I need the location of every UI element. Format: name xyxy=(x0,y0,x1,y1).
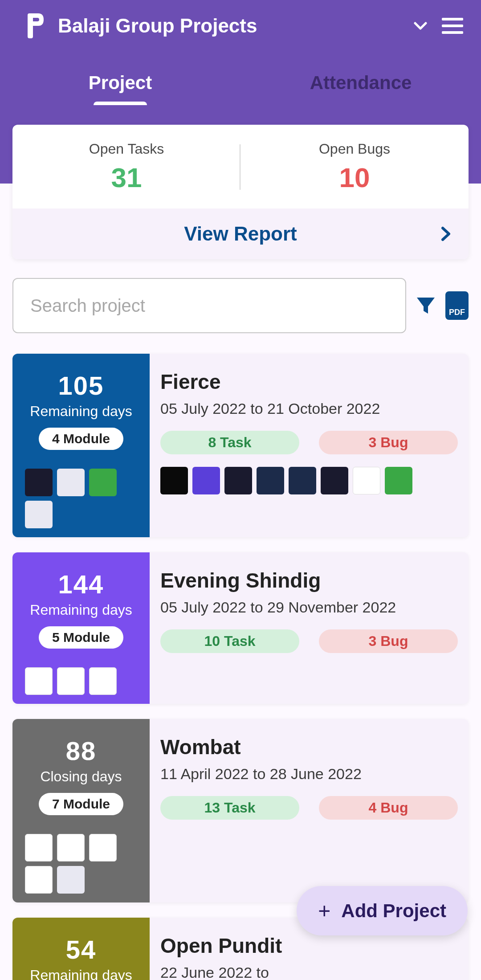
plus-icon: + xyxy=(318,898,330,923)
thumbnail-icon xyxy=(89,667,117,695)
thumbnail-icon xyxy=(57,667,85,695)
chevron-right-icon xyxy=(441,226,451,241)
thumbnail-icon xyxy=(321,467,348,494)
project-side-panel: 105 Remaining days 4 Module xyxy=(12,354,150,537)
bug-badge: 4 Bug xyxy=(319,796,458,820)
module-badge: 7 Module xyxy=(39,793,123,815)
thumbnail-icon xyxy=(385,467,412,494)
hamburger-menu-icon[interactable] xyxy=(442,18,463,34)
days-number: 105 xyxy=(58,371,104,400)
project-dates: 11 April 2022 to 28 June 2022 xyxy=(160,765,458,783)
project-dates: 05 July 2022 to 21 October 2022 xyxy=(160,400,458,417)
module-badge: 4 Module xyxy=(39,428,123,450)
thumbnails-extra xyxy=(160,467,458,494)
open-bugs-label: Open Bugs xyxy=(240,141,469,157)
app-logo xyxy=(22,13,45,38)
project-card[interactable]: 88 Closing days 7 Module Wombat 11 April… xyxy=(12,719,469,902)
add-project-label: Add Project xyxy=(341,900,446,922)
add-project-button[interactable]: + Add Project xyxy=(297,886,468,935)
task-badge: 13 Task xyxy=(160,796,299,820)
workspace-title: Balaji Group Projects xyxy=(58,15,399,37)
search-row: PDF xyxy=(0,278,481,333)
badges: 13 Task 4 Bug xyxy=(160,796,458,820)
thumbnail-icon xyxy=(57,469,85,496)
open-bugs-value: 10 xyxy=(240,162,469,193)
view-report-button[interactable]: View Report xyxy=(12,208,469,259)
thumbnail-icon xyxy=(192,467,220,494)
thumbnail-icon xyxy=(57,834,85,862)
thumbnail-icon xyxy=(89,834,117,862)
project-side-panel: 88 Closing days 7 Module xyxy=(12,719,150,902)
days-number: 88 xyxy=(66,736,97,766)
project-info: Fierce 05 July 2022 to 21 October 2022 8… xyxy=(150,354,469,537)
open-bugs-stat: Open Bugs 10 xyxy=(240,141,469,193)
tab-attendance[interactable]: Attendance xyxy=(240,63,481,102)
project-name: Wombat xyxy=(160,735,458,759)
search-input[interactable] xyxy=(12,278,406,333)
project-name: Open Pundit xyxy=(160,934,458,958)
thumbnails xyxy=(19,469,143,528)
bug-badge: 3 Bug xyxy=(319,629,458,653)
thumbnail-icon xyxy=(25,834,53,862)
thumbnail-icon xyxy=(257,467,284,494)
thumbnail-icon xyxy=(289,467,316,494)
days-label: Remaining days xyxy=(30,403,132,420)
view-report-label: View Report xyxy=(184,223,297,245)
thumbnails xyxy=(19,667,143,695)
task-badge: 10 Task xyxy=(160,629,299,653)
module-badge: 5 Module xyxy=(39,626,123,649)
thumbnail-icon xyxy=(25,469,53,496)
export-pdf-button[interactable]: PDF xyxy=(445,291,469,320)
days-label: Remaining days xyxy=(30,967,132,980)
open-tasks-value: 31 xyxy=(12,162,240,193)
days-label: Remaining days xyxy=(30,602,132,618)
stats-card: Open Tasks 31 Open Bugs 10 View Report xyxy=(12,125,469,259)
project-info: Evening Shindig 05 July 2022 to 29 Novem… xyxy=(150,552,469,704)
project-card[interactable]: 144 Remaining days 5 Module Evening Shin… xyxy=(12,552,469,704)
badges: 10 Task 3 Bug xyxy=(160,629,458,653)
project-name: Evening Shindig xyxy=(160,568,458,592)
project-dates: 22 June 2022 to xyxy=(160,964,458,980)
open-tasks-stat: Open Tasks 31 xyxy=(12,141,240,193)
filter-icon[interactable] xyxy=(416,296,436,315)
project-side-panel: 54 Remaining days 2 Module xyxy=(12,918,150,980)
project-dates: 05 July 2022 to 29 November 2022 xyxy=(160,599,458,616)
bug-badge: 3 Bug xyxy=(319,431,458,454)
badges: 8 Task 3 Bug xyxy=(160,431,458,454)
thumbnail-icon xyxy=(160,467,188,494)
project-card[interactable]: 105 Remaining days 4 Module Fierce 05 Ju… xyxy=(12,354,469,537)
tab-project[interactable]: Project xyxy=(0,63,240,102)
thumbnail-icon xyxy=(353,467,380,494)
thumbnail-icon xyxy=(25,667,53,695)
workspace-dropdown-chevron[interactable] xyxy=(412,18,428,34)
header-top: Balaji Group Projects xyxy=(0,0,481,38)
thumbnail-icon xyxy=(25,501,53,528)
stats-row: Open Tasks 31 Open Bugs 10 xyxy=(12,125,469,208)
thumbnails xyxy=(19,834,143,894)
project-name: Fierce xyxy=(160,370,458,394)
days-label: Closing days xyxy=(40,768,122,785)
days-number: 144 xyxy=(58,569,104,599)
project-side-panel: 144 Remaining days 5 Module xyxy=(12,552,150,704)
thumbnail-icon xyxy=(224,467,252,494)
days-number: 54 xyxy=(66,935,97,964)
thumbnail-icon xyxy=(25,866,53,894)
task-badge: 8 Task xyxy=(160,431,299,454)
open-tasks-label: Open Tasks xyxy=(12,141,240,157)
main-tabs: Project Attendance xyxy=(0,63,481,102)
thumbnail-icon xyxy=(89,469,117,496)
thumbnail-icon xyxy=(57,866,85,894)
project-info: Wombat 11 April 2022 to 28 June 2022 13 … xyxy=(150,719,469,902)
